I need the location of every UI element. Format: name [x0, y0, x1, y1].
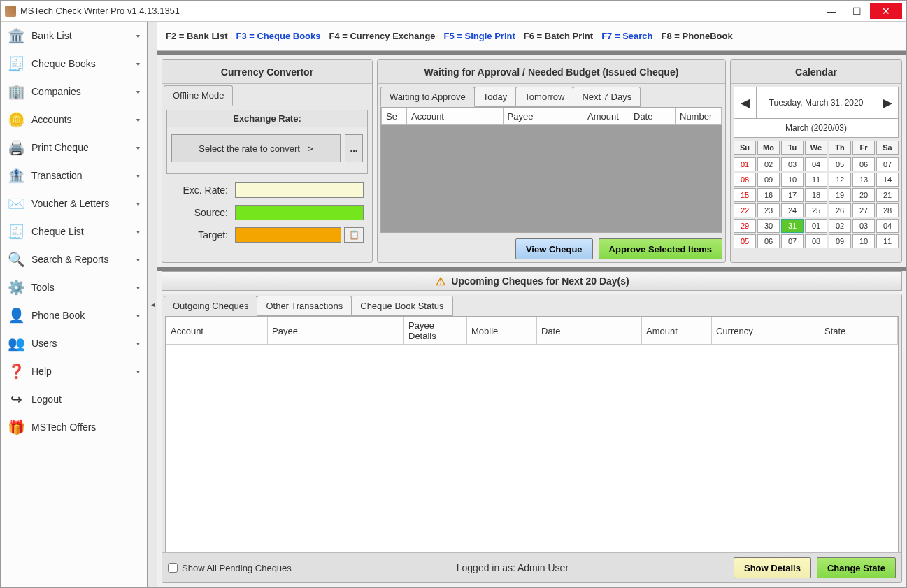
calendar-day[interactable]: 01 [734, 157, 756, 171]
upcoming-col-payee[interactable]: Payee [268, 317, 404, 345]
calendar-prev-button[interactable]: ◀ [734, 87, 757, 118]
calendar-day[interactable]: 31 [781, 219, 804, 233]
sidebar-item-bank-list[interactable]: 🏛️Bank List▾ [1, 22, 147, 50]
calendar-day[interactable]: 30 [757, 219, 780, 233]
calendar-day[interactable]: 04 [876, 219, 899, 233]
sidebar-item-tools[interactable]: ⚙️Tools▾ [1, 273, 147, 301]
show-pending-input[interactable] [168, 563, 178, 573]
upcoming-col-date[interactable]: Date [537, 317, 642, 345]
sidebar-item-phone-book[interactable]: 👤Phone Book▾ [1, 301, 147, 329]
calendar-day[interactable]: 25 [805, 203, 827, 217]
shortcut-3[interactable]: F5 = Single Print [444, 31, 515, 41]
sidebar-item-users[interactable]: 👥Users▾ [1, 329, 147, 357]
calendar-day[interactable]: 29 [734, 219, 756, 233]
calendar-day[interactable]: 19 [829, 188, 851, 202]
view-cheque-button[interactable]: View Cheque [515, 238, 593, 259]
calendar-day[interactable]: 16 [757, 188, 780, 202]
calendar-day[interactable]: 01 [805, 219, 827, 233]
sidebar-item-cheque-list[interactable]: 🧾Cheque List▾ [1, 217, 147, 245]
show-details-button[interactable]: Show Details [734, 557, 811, 578]
calendar-day[interactable]: 11 [876, 234, 899, 248]
shortcut-2[interactable]: F4 = Currency Exchange [329, 31, 436, 41]
waiting-tab-2[interactable]: Tomorrow [515, 87, 573, 107]
shortcut-1[interactable]: F3 = Cheque Books [236, 31, 321, 41]
source-field[interactable] [235, 205, 364, 220]
copy-button[interactable]: 📋 [344, 227, 364, 243]
target-field[interactable] [235, 227, 341, 243]
shortcut-6[interactable]: F8 = PhoneBook [662, 31, 733, 41]
calendar-day[interactable]: 07 [781, 234, 804, 248]
upcoming-col-amount[interactable]: Amount [642, 317, 712, 345]
calendar-day[interactable]: 09 [757, 173, 780, 187]
sidebar-item-mstech-offers[interactable]: 🎁MSTech Offers [1, 413, 147, 441]
calendar-day[interactable]: 27 [852, 203, 875, 217]
calendar-day[interactable]: 05 [734, 234, 756, 248]
calendar-day[interactable]: 17 [781, 188, 804, 202]
calendar-day[interactable]: 21 [876, 188, 899, 202]
calendar-day[interactable]: 24 [781, 203, 804, 217]
sidebar-item-cheque-books[interactable]: 🧾Cheque Books▾ [1, 50, 147, 78]
calendar-day[interactable]: 12 [829, 173, 851, 187]
calendar-day[interactable]: 05 [829, 157, 851, 171]
exc-rate-field[interactable] [235, 182, 364, 198]
calendar-day[interactable]: 06 [757, 234, 780, 248]
calendar-day[interactable]: 10 [781, 173, 804, 187]
change-state-button[interactable]: Change State [817, 557, 896, 578]
calendar-day[interactable]: 03 [852, 219, 875, 233]
upcoming-tab-1[interactable]: Other Transactions [257, 296, 352, 316]
rate-more-button[interactable]: ... [345, 134, 363, 162]
calendar-day[interactable]: 04 [805, 157, 827, 171]
waiting-col-number[interactable]: Number [676, 108, 722, 125]
waiting-tab-3[interactable]: Next 7 Days [573, 87, 641, 107]
sidebar-item-companies[interactable]: 🏢Companies▾ [1, 78, 147, 106]
calendar-day[interactable]: 11 [805, 173, 827, 187]
waiting-col-payee[interactable]: Payee [503, 108, 583, 125]
calendar-day[interactable]: 15 [734, 188, 756, 202]
waiting-col-amount[interactable]: Amount [583, 108, 629, 125]
calendar-day[interactable]: 08 [734, 173, 756, 187]
sidebar-item-voucher-letters[interactable]: ✉️Voucher & Letters▾ [1, 189, 147, 217]
calendar-day[interactable]: 07 [876, 157, 899, 171]
sidebar-item-print-cheque[interactable]: 🖨️Print Cheque▾ [1, 134, 147, 162]
sidebar-collapse-button[interactable]: ◂ [148, 22, 157, 587]
calendar-day[interactable]: 28 [876, 203, 899, 217]
tab-offline-mode[interactable]: Offline Mode [164, 85, 233, 106]
waiting-tab-1[interactable]: Today [474, 87, 517, 107]
calendar-day[interactable]: 08 [805, 234, 827, 248]
show-pending-checkbox[interactable]: Show All Pending Cheques [168, 563, 292, 573]
calendar-day[interactable]: 02 [829, 219, 851, 233]
calendar-day[interactable]: 22 [734, 203, 756, 217]
waiting-tab-0[interactable]: Waiting to Approve [380, 87, 475, 107]
calendar-day[interactable]: 20 [852, 188, 875, 202]
calendar-day[interactable]: 03 [781, 157, 804, 171]
sidebar-item-help[interactable]: ❓Help▾ [1, 357, 147, 385]
shortcut-4[interactable]: F6 = Batch Print [524, 31, 593, 41]
calendar-day[interactable]: 18 [805, 188, 827, 202]
rate-select-prompt[interactable]: Select the rate to convert => [171, 134, 341, 162]
calendar-day[interactable]: 23 [757, 203, 780, 217]
shortcut-0[interactable]: F2 = Bank List [166, 31, 228, 41]
calendar-day[interactable]: 02 [757, 157, 780, 171]
upcoming-col-currency[interactable]: Currency [712, 317, 820, 345]
upcoming-col-payee-details[interactable]: Payee Details [404, 317, 467, 345]
calendar-day[interactable]: 09 [829, 234, 851, 248]
waiting-col-account[interactable]: Account [407, 108, 504, 125]
maximize-button[interactable]: ☐ [845, 3, 869, 19]
sidebar-item-search-reports[interactable]: 🔍Search & Reports▾ [1, 245, 147, 273]
upcoming-col-mobile[interactable]: Mobile [467, 317, 537, 345]
sidebar-item-logout[interactable]: ↪Logout [1, 385, 147, 413]
calendar-next-button[interactable]: ▶ [876, 87, 898, 118]
calendar-day[interactable]: 26 [829, 203, 851, 217]
sidebar-item-accounts[interactable]: 🪙Accounts▾ [1, 106, 147, 134]
waiting-col-se[interactable]: Se [382, 108, 407, 125]
upcoming-tab-2[interactable]: Cheque Book Status [351, 296, 452, 316]
sidebar-item-transaction[interactable]: 🏦Transaction▾ [1, 162, 147, 189]
minimize-button[interactable]: — [820, 3, 843, 19]
waiting-col-date[interactable]: Date [629, 108, 676, 125]
calendar-day[interactable]: 10 [852, 234, 875, 248]
calendar-day[interactable]: 06 [852, 157, 875, 171]
calendar-day[interactable]: 13 [852, 173, 875, 187]
shortcut-5[interactable]: F7 = Search [601, 31, 652, 41]
calendar-day[interactable]: 14 [876, 173, 899, 187]
approve-button[interactable]: Approve Selected Items [599, 238, 722, 259]
